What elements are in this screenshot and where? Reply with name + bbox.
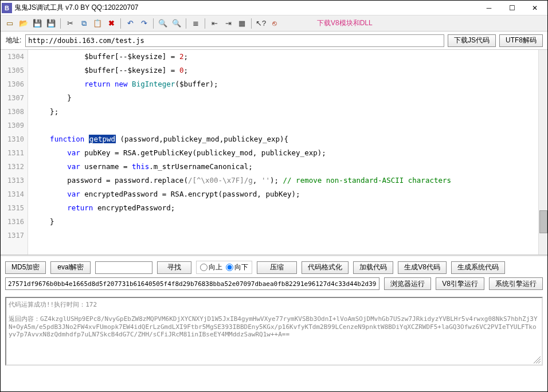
code-line[interactable]: } (33, 215, 534, 229)
address-label: 地址: (5, 34, 22, 46)
line-gutter: 1304130513061307130813091310131113121313… (1, 50, 28, 254)
replace-icon[interactable]: 🔍 (171, 18, 182, 29)
line-number: 1317 (1, 229, 24, 242)
code-line[interactable]: } (33, 91, 534, 105)
line-number: 1311 (1, 146, 24, 160)
code-line[interactable] (33, 119, 534, 132)
load-code-button[interactable]: 加载代码 (353, 261, 393, 274)
indent-icon[interactable]: ⇤ (209, 18, 220, 29)
delete-icon[interactable]: ✖ (105, 18, 117, 29)
output-status: 代码运算成功!!执行时间：172 (9, 300, 539, 309)
undo-icon[interactable]: ↶ (124, 18, 136, 29)
format-button[interactable]: 代码格式化 (302, 261, 349, 274)
eval-decrypt-button[interactable]: eval解密 (50, 261, 91, 274)
scroll-thumb[interactable] (539, 210, 547, 233)
code-line[interactable]: function getpwd (password,publickey_mod,… (33, 132, 534, 146)
app-icon: B (2, 3, 12, 13)
param-input[interactable] (5, 277, 379, 290)
code-area[interactable]: $buffer[--$keysize] = 2; $buffer[--$keys… (28, 50, 538, 254)
line-number: 1308 (1, 105, 24, 119)
direction-group: 向上 向下 (196, 261, 252, 274)
code-line[interactable]: }; (33, 105, 534, 119)
code-line[interactable]: var username = this.m_strUsernameCanonic… (33, 160, 534, 174)
list-icon[interactable]: ≣ (190, 18, 201, 29)
paste-icon[interactable]: 📋 (92, 18, 103, 29)
radio-down[interactable]: 向下 (226, 262, 248, 272)
title-bar: B 鬼鬼JS调试工具 v7.0 BY QQ:120220707 ─ ☐ ✕ (1, 1, 547, 15)
control-panel: MD5加密 eval解密 寻找 向上 向下 压缩 代码格式化 加载代码 生成V8… (1, 255, 547, 295)
exit-icon[interactable]: ⎋ (269, 18, 280, 29)
address-input[interactable] (25, 34, 444, 47)
code-line[interactable]: $buffer[--$keysize] = 2; (33, 50, 534, 64)
line-number: 1313 (1, 174, 24, 187)
new-icon[interactable]: ▭ (4, 18, 15, 29)
md5-button[interactable]: MD5加密 (5, 261, 46, 274)
download-js-button[interactable]: 下载JS代码 (448, 34, 496, 47)
download-v8-label[interactable]: 下载V8模块和DLL (317, 18, 373, 28)
redo-icon[interactable]: ↷ (138, 18, 150, 29)
copy-icon[interactable]: ⧉ (78, 18, 89, 29)
line-number: 1304 (1, 50, 24, 64)
saveas-icon[interactable]: 💾 (45, 18, 57, 29)
open-icon[interactable]: 📂 (18, 18, 29, 29)
find-button[interactable]: 寻找 (157, 261, 191, 274)
sys-run-button[interactable]: 系统引擎运行 (489, 277, 543, 290)
radio-up[interactable]: 向上 (200, 262, 222, 272)
save-icon[interactable]: 💾 (32, 18, 43, 29)
close-button[interactable]: ✕ (523, 1, 546, 15)
line-number: 1306 (1, 77, 24, 91)
gen-v8-button[interactable]: 生成V8代码 (398, 261, 447, 274)
line-number: 1307 (1, 91, 24, 105)
code-line[interactable]: var pubKey = RSA.getPublicKey(publickey_… (33, 146, 534, 160)
compress-button[interactable]: 压缩 (257, 261, 297, 274)
resize-grip-icon[interactable] (534, 356, 541, 363)
code-line[interactable] (33, 229, 534, 242)
gen-sys-button[interactable]: 生成系统代码 (451, 261, 505, 274)
code-line[interactable]: $buffer[--$keysize] = 0; (33, 64, 534, 77)
code-line[interactable]: var encryptedPassword = RSA.encrypt(pass… (33, 187, 534, 201)
line-number: 1312 (1, 160, 24, 174)
search-input[interactable] (95, 261, 152, 274)
output-panel[interactable]: 代码运算成功!!执行时间：172 返回内容：GZ4kzglUSHp9EPc8/N… (5, 297, 543, 366)
toolbar: ▭ 📂 💾 💾 ✂ ⧉ 📋 ✖ ↶ ↷ 🔍 🔍 ≣ ⇤ ⇥ ▦ ↖? ⎋ 下载V… (1, 15, 547, 32)
line-number: 1310 (1, 132, 24, 146)
line-number: 1316 (1, 215, 24, 229)
code-line[interactable]: return encryptedPassword; (33, 201, 534, 215)
minimize-button[interactable]: ─ (477, 1, 500, 15)
line-number: 1309 (1, 119, 24, 132)
line-number: 1305 (1, 64, 24, 77)
cut-icon[interactable]: ✂ (64, 18, 76, 29)
vertical-scrollbar[interactable] (538, 50, 547, 254)
utf8-decode-button[interactable]: UTF8解码 (499, 34, 543, 47)
address-bar: 地址: 下载JS代码 UTF8解码 (1, 32, 547, 50)
window-title: 鬼鬼JS调试工具 v7.0 BY QQ:120220707 (14, 3, 477, 13)
grid-icon[interactable]: ▦ (236, 18, 248, 29)
code-line[interactable]: return new BigInteger($buffer); (33, 77, 534, 91)
line-number: 1315 (1, 201, 24, 215)
code-line[interactable]: password = password.replace(/[^\x00-\x7F… (33, 174, 534, 187)
pointer-icon[interactable]: ↖? (255, 18, 267, 29)
browser-run-button[interactable]: 浏览器运行 (384, 277, 431, 290)
line-number: 1314 (1, 187, 24, 201)
v8-run-button[interactable]: V8引擎运行 (436, 277, 484, 290)
find-icon[interactable]: 🔍 (157, 18, 169, 29)
code-editor[interactable]: 1304130513061307130813091310131113121313… (1, 50, 547, 255)
output-body: 返回内容：GZ4kzglUSHp9EPc8/NvyGpEbZW8zMQPVM6K… (9, 315, 539, 338)
maximize-button[interactable]: ☐ (500, 1, 523, 15)
outdent-icon[interactable]: ⇥ (222, 18, 234, 29)
